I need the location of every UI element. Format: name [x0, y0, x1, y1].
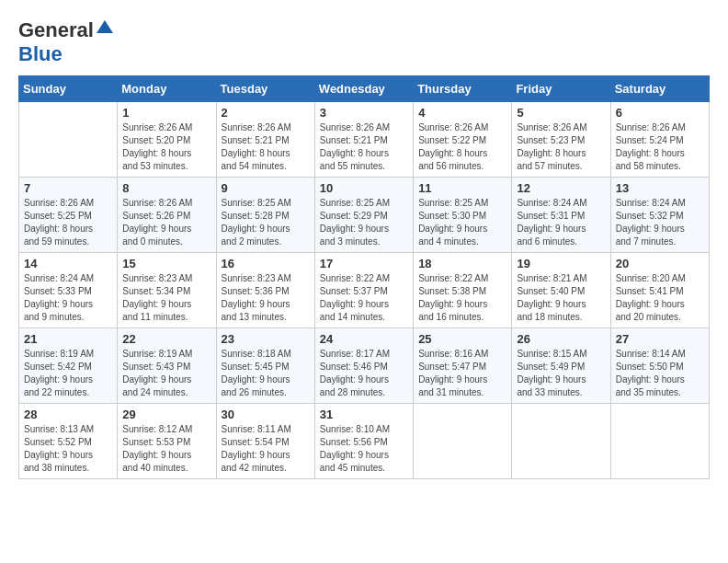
calendar-cell: 28Sunrise: 8:13 AM Sunset: 5:52 PM Dayli… — [19, 404, 118, 479]
day-number: 15 — [122, 257, 210, 270]
day-number: 20 — [616, 257, 704, 270]
day-info: Sunrise: 8:13 AM Sunset: 5:52 PM Dayligh… — [24, 423, 112, 475]
day-info: Sunrise: 8:26 AM Sunset: 5:22 PM Dayligh… — [418, 121, 506, 173]
day-number: 18 — [418, 257, 506, 270]
day-number: 29 — [122, 408, 210, 421]
calendar-cell: 12Sunrise: 8:24 AM Sunset: 5:31 PM Dayli… — [512, 178, 610, 253]
day-number: 24 — [320, 332, 408, 346]
day-number: 27 — [616, 332, 704, 346]
logo-blue: Blue — [18, 42, 63, 65]
day-number: 9 — [222, 181, 310, 195]
calendar-cell: 13Sunrise: 8:24 AM Sunset: 5:32 PM Dayli… — [610, 178, 709, 253]
calendar-day-header: Saturday — [610, 76, 709, 102]
calendar-cell: 10Sunrise: 8:25 AM Sunset: 5:29 PM Dayli… — [314, 178, 413, 253]
day-info: Sunrise: 8:26 AM Sunset: 5:20 PM Dayligh… — [122, 121, 210, 173]
calendar-day-header: Thursday — [414, 76, 512, 102]
calendar-day-header: Sunday — [19, 76, 118, 102]
calendar-cell: 3Sunrise: 8:26 AM Sunset: 5:21 PM Daylig… — [314, 102, 413, 178]
calendar-week-row: 7Sunrise: 8:26 AM Sunset: 5:25 PM Daylig… — [19, 178, 710, 253]
calendar-cell: 30Sunrise: 8:11 AM Sunset: 5:54 PM Dayli… — [216, 404, 314, 479]
day-number: 31 — [320, 408, 408, 421]
calendar-cell: 31Sunrise: 8:10 AM Sunset: 5:56 PM Dayli… — [314, 404, 413, 479]
day-info: Sunrise: 8:24 AM Sunset: 5:32 PM Dayligh… — [616, 197, 704, 248]
day-number: 7 — [24, 181, 112, 195]
calendar-table: SundayMondayTuesdayWednesdayThursdayFrid… — [18, 75, 710, 479]
day-info: Sunrise: 8:23 AM Sunset: 5:34 PM Dayligh… — [122, 272, 210, 324]
calendar-header-row: SundayMondayTuesdayWednesdayThursdayFrid… — [19, 76, 710, 102]
calendar-cell: 24Sunrise: 8:17 AM Sunset: 5:46 PM Dayli… — [314, 328, 413, 404]
day-info: Sunrise: 8:16 AM Sunset: 5:47 PM Dayligh… — [418, 348, 506, 399]
calendar-cell — [414, 404, 512, 479]
day-number: 26 — [517, 332, 605, 346]
day-info: Sunrise: 8:15 AM Sunset: 5:49 PM Dayligh… — [517, 348, 605, 399]
calendar-day-header: Monday — [118, 76, 216, 102]
calendar-cell — [610, 404, 709, 479]
day-number: 11 — [418, 181, 506, 195]
calendar-cell: 8Sunrise: 8:26 AM Sunset: 5:26 PM Daylig… — [118, 178, 216, 253]
page-header: General Blue — [18, 18, 710, 66]
calendar-cell — [512, 404, 610, 479]
calendar-cell: 20Sunrise: 8:20 AM Sunset: 5:41 PM Dayli… — [610, 253, 709, 328]
logo-general: General — [18, 18, 94, 42]
calendar-cell: 23Sunrise: 8:18 AM Sunset: 5:45 PM Dayli… — [216, 328, 314, 404]
day-info: Sunrise: 8:19 AM Sunset: 5:42 PM Dayligh… — [24, 348, 112, 399]
calendar-week-row: 28Sunrise: 8:13 AM Sunset: 5:52 PM Dayli… — [19, 404, 710, 479]
logo: General Blue — [18, 18, 113, 66]
day-info: Sunrise: 8:20 AM Sunset: 5:41 PM Dayligh… — [616, 272, 704, 324]
day-info: Sunrise: 8:22 AM Sunset: 5:38 PM Dayligh… — [418, 272, 506, 324]
day-info: Sunrise: 8:10 AM Sunset: 5:56 PM Dayligh… — [320, 423, 408, 475]
calendar-cell: 27Sunrise: 8:14 AM Sunset: 5:50 PM Dayli… — [610, 328, 709, 404]
day-info: Sunrise: 8:26 AM Sunset: 5:23 PM Dayligh… — [517, 121, 605, 173]
day-number: 4 — [418, 106, 506, 120]
calendar-cell: 22Sunrise: 8:19 AM Sunset: 5:43 PM Dayli… — [118, 328, 216, 404]
calendar-week-row: 21Sunrise: 8:19 AM Sunset: 5:42 PM Dayli… — [19, 328, 710, 404]
day-info: Sunrise: 8:26 AM Sunset: 5:26 PM Dayligh… — [122, 197, 210, 248]
day-info: Sunrise: 8:26 AM Sunset: 5:25 PM Dayligh… — [24, 197, 112, 248]
day-number: 25 — [418, 332, 506, 346]
day-info: Sunrise: 8:17 AM Sunset: 5:46 PM Dayligh… — [320, 348, 408, 399]
day-info: Sunrise: 8:25 AM Sunset: 5:30 PM Dayligh… — [418, 197, 506, 248]
calendar-cell: 9Sunrise: 8:25 AM Sunset: 5:28 PM Daylig… — [216, 178, 314, 253]
calendar-cell: 17Sunrise: 8:22 AM Sunset: 5:37 PM Dayli… — [314, 253, 413, 328]
day-info: Sunrise: 8:14 AM Sunset: 5:50 PM Dayligh… — [616, 348, 704, 399]
day-info: Sunrise: 8:25 AM Sunset: 5:29 PM Dayligh… — [320, 197, 408, 248]
day-number: 1 — [122, 106, 210, 120]
calendar-cell: 11Sunrise: 8:25 AM Sunset: 5:30 PM Dayli… — [414, 178, 512, 253]
calendar-cell: 26Sunrise: 8:15 AM Sunset: 5:49 PM Dayli… — [512, 328, 610, 404]
day-info: Sunrise: 8:24 AM Sunset: 5:31 PM Dayligh… — [517, 197, 605, 248]
day-info: Sunrise: 8:23 AM Sunset: 5:36 PM Dayligh… — [222, 272, 310, 324]
day-number: 14 — [24, 257, 112, 270]
day-info: Sunrise: 8:21 AM Sunset: 5:40 PM Dayligh… — [517, 272, 605, 324]
day-number: 19 — [517, 257, 605, 270]
calendar-cell: 21Sunrise: 8:19 AM Sunset: 5:42 PM Dayli… — [19, 328, 118, 404]
calendar-cell: 14Sunrise: 8:24 AM Sunset: 5:33 PM Dayli… — [19, 253, 118, 328]
day-number: 6 — [616, 106, 704, 120]
calendar-cell: 4Sunrise: 8:26 AM Sunset: 5:22 PM Daylig… — [414, 102, 512, 178]
calendar-cell: 5Sunrise: 8:26 AM Sunset: 5:23 PM Daylig… — [512, 102, 610, 178]
calendar-week-row: 1Sunrise: 8:26 AM Sunset: 5:20 PM Daylig… — [19, 102, 710, 178]
day-number: 30 — [222, 408, 310, 421]
day-number: 5 — [517, 106, 605, 120]
calendar-cell: 29Sunrise: 8:12 AM Sunset: 5:53 PM Dayli… — [118, 404, 216, 479]
calendar-cell: 25Sunrise: 8:16 AM Sunset: 5:47 PM Dayli… — [414, 328, 512, 404]
day-info: Sunrise: 8:26 AM Sunset: 5:21 PM Dayligh… — [320, 121, 408, 173]
day-number: 12 — [517, 181, 605, 195]
day-number: 21 — [24, 332, 112, 346]
calendar-day-header: Friday — [512, 76, 610, 102]
day-number: 8 — [122, 181, 210, 195]
calendar-cell: 2Sunrise: 8:26 AM Sunset: 5:21 PM Daylig… — [216, 102, 314, 178]
day-info: Sunrise: 8:24 AM Sunset: 5:33 PM Dayligh… — [24, 272, 112, 324]
day-number: 16 — [222, 257, 310, 270]
svg-marker-0 — [97, 20, 113, 33]
day-info: Sunrise: 8:18 AM Sunset: 5:45 PM Dayligh… — [222, 348, 310, 399]
day-number: 22 — [122, 332, 210, 346]
day-number: 17 — [320, 257, 408, 270]
calendar-cell: 6Sunrise: 8:26 AM Sunset: 5:24 PM Daylig… — [610, 102, 709, 178]
day-number: 13 — [616, 181, 704, 195]
day-info: Sunrise: 8:26 AM Sunset: 5:21 PM Dayligh… — [222, 121, 310, 173]
calendar-cell: 1Sunrise: 8:26 AM Sunset: 5:20 PM Daylig… — [118, 102, 216, 178]
calendar-week-row: 14Sunrise: 8:24 AM Sunset: 5:33 PM Dayli… — [19, 253, 710, 328]
calendar-day-header: Tuesday — [216, 76, 314, 102]
day-info: Sunrise: 8:19 AM Sunset: 5:43 PM Dayligh… — [122, 348, 210, 399]
logo-triangle — [97, 18, 113, 39]
